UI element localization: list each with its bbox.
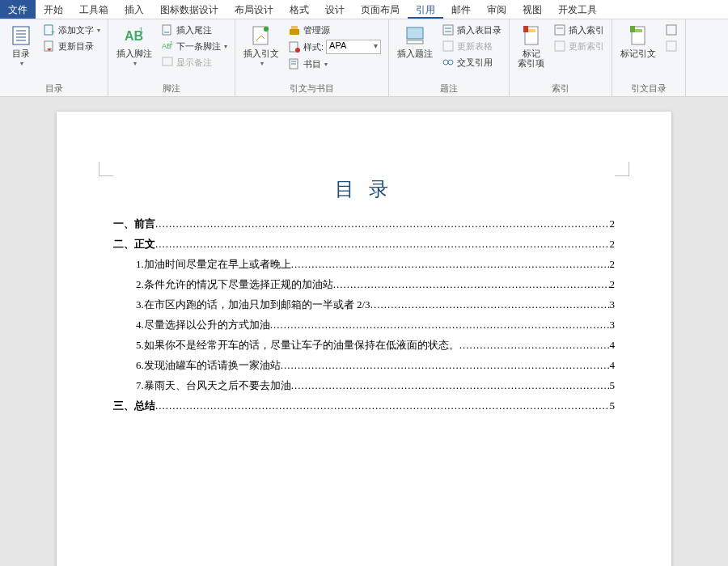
toc-entry[interactable]: 三、总结5: [113, 399, 615, 413]
svg-point-30: [443, 60, 448, 65]
svg-rect-39: [634, 29, 642, 32]
toc-entry[interactable]: 二、正文2: [113, 237, 615, 251]
menu-tab-工具箱[interactable]: 工具箱: [71, 0, 116, 19]
menu-tab-布局设计[interactable]: 布局设计: [226, 0, 281, 19]
svg-rect-40: [630, 26, 635, 32]
insert-footnote-button[interactable]: AB1 插入脚注 ▾: [113, 23, 155, 69]
style-select[interactable]: APA: [326, 40, 381, 54]
toc-title: 目 录: [113, 176, 615, 202]
citation-icon: [250, 24, 273, 47]
svg-rect-24: [407, 27, 423, 39]
menu-tab-设计[interactable]: 设计: [317, 0, 353, 19]
next-footnote-button[interactable]: AB1 下一条脚注 ▾: [159, 39, 230, 53]
mark-citation-icon: [627, 24, 650, 47]
toc-entry[interactable]: 5.如果你不是经常开车的话，尽量让车子的油量保持在低液面的状态。4: [113, 338, 615, 353]
chevron-down-icon: ▾: [97, 27, 100, 34]
toc-entry-page: 4: [610, 339, 616, 352]
chevron-down-icon: ▾: [133, 60, 137, 67]
toc-leader: [155, 238, 610, 251]
insert-tof-button[interactable]: 插入表目录: [439, 23, 504, 37]
toc-entry[interactable]: 6.发现油罐车的话请换一家油站4: [113, 358, 615, 373]
insert-endnote-button[interactable]: 插入尾注: [159, 23, 230, 37]
toc-entry-text: 二、正文: [113, 237, 155, 251]
show-notes-button[interactable]: 显示备注: [159, 55, 230, 70]
mark-entry-label: 标记 索引项: [518, 49, 544, 68]
insert-endnote-label: 插入尾注: [176, 24, 212, 36]
toc-entry[interactable]: 4.尽量选择以公升的方式加油3: [113, 318, 615, 332]
page[interactable]: 目 录 一、前言2二、正文21.加油时间尽量定在早上或者晚上22.条件允许的情况…: [57, 112, 671, 566]
svg-rect-18: [291, 26, 298, 29]
toc-entry[interactable]: 2.条件允许的情况下尽量选择正规的加油站2: [113, 277, 615, 292]
chevron-down-icon: ▾: [224, 43, 227, 50]
insert-caption-label: 插入题注: [397, 49, 433, 58]
svg-text:+: +: [51, 28, 55, 36]
toa-icon-1: [665, 23, 678, 36]
manage-sources-button[interactable]: 管理源: [286, 23, 383, 37]
crop-mark-tl: [99, 162, 113, 176]
group-footnotes-label: 脚注: [113, 81, 230, 95]
toc-leader: [270, 319, 610, 332]
insert-citation-button[interactable]: 插入引文 ▾: [240, 23, 282, 69]
insert-index-button[interactable]: 插入索引: [551, 23, 607, 37]
group-index-label: 索引: [514, 81, 607, 95]
caption-icon: [404, 24, 426, 47]
manage-sources-label: 管理源: [303, 24, 330, 36]
menu-tab-开发工具[interactable]: 开发工具: [550, 0, 605, 19]
menu-tab-视图[interactable]: 视图: [514, 0, 550, 19]
add-text-label: 添加文字: [58, 24, 94, 36]
svg-point-20: [295, 48, 300, 53]
update-tables-button[interactable]: 更新表格: [439, 39, 504, 53]
svg-rect-41: [667, 25, 676, 35]
toc-entry-page: 2: [610, 258, 616, 271]
toc-entry-page: 5: [610, 379, 616, 392]
svg-point-31: [448, 60, 453, 65]
svg-rect-34: [523, 26, 528, 32]
menu-file[interactable]: 文件: [0, 0, 36, 19]
svg-rect-10: [163, 25, 171, 35]
footnote-icon: AB1: [123, 24, 146, 47]
toa-extra-1[interactable]: [662, 23, 680, 37]
menu-tab-插入[interactable]: 插入: [116, 0, 152, 19]
cross-ref-label: 交叉引用: [457, 57, 493, 69]
group-toc: 目录 ▾ + 添加文字 ▾ 更新目录 目录: [0, 19, 108, 96]
toc-leader: [291, 379, 610, 392]
group-captions-label: 题注: [394, 81, 504, 95]
svg-rect-26: [443, 25, 453, 35]
toa-icon-2: [665, 40, 678, 53]
toc-button[interactable]: 目录 ▾: [5, 23, 37, 69]
svg-text:1: 1: [170, 40, 173, 46]
menu-tab-引用[interactable]: 引用: [408, 0, 443, 19]
endnote-icon: [161, 23, 174, 36]
bibliography-button[interactable]: 书目 ▾: [286, 57, 383, 71]
show-notes-label: 显示备注: [176, 57, 212, 69]
document-area: 目 录 一、前言2二、正文21.加油时间尽量定在早上或者晚上22.条件允许的情况…: [0, 97, 728, 566]
update-index-button[interactable]: 更新索引: [551, 39, 607, 53]
menu-tab-格式[interactable]: 格式: [281, 0, 317, 19]
menu-tab-开始[interactable]: 开始: [36, 0, 71, 19]
insert-caption-button[interactable]: 插入题注: [394, 23, 436, 60]
menu-tab-页面布局[interactable]: 页面布局: [353, 0, 408, 19]
menu-tab-邮件[interactable]: 邮件: [443, 0, 479, 19]
menu-tab-审阅[interactable]: 审阅: [479, 0, 514, 19]
toc-entry-text: 5.如果你不是经常开车的话，尽量让车子的油量保持在低液面的状态。: [113, 338, 459, 353]
mark-citation-button[interactable]: 标记引文: [617, 23, 659, 60]
add-text-icon: +: [43, 23, 56, 36]
menu-tab-图标数据设计[interactable]: 图标数据设计: [152, 0, 226, 19]
show-notes-icon: [161, 56, 174, 69]
toa-extra-2[interactable]: [662, 39, 680, 53]
toc-entry[interactable]: 一、前言2: [113, 217, 615, 231]
insert-index-label: 插入索引: [569, 24, 604, 36]
add-text-button[interactable]: + 添加文字 ▾: [40, 23, 103, 37]
group-toa-label: 引文目录: [617, 81, 680, 95]
toc-entry[interactable]: 3.在市区内跑的话，加油只加到邮箱的一半或者 2/33: [113, 298, 615, 312]
mark-entry-button[interactable]: 标记 索引项: [514, 23, 548, 70]
update-toc-button[interactable]: 更新目录: [40, 39, 103, 53]
svg-rect-42: [667, 41, 676, 51]
toc-entry[interactable]: 1.加油时间尽量定在早上或者晚上2: [113, 257, 615, 272]
svg-rect-25: [407, 40, 423, 44]
svg-text:1: 1: [139, 26, 143, 34]
toc-entry[interactable]: 7.暴雨天、台风天之后不要去加油5: [113, 378, 615, 393]
cross-ref-button[interactable]: 交叉引用: [439, 55, 504, 70]
update-toc-icon: [43, 40, 56, 53]
svg-rect-33: [527, 29, 535, 32]
